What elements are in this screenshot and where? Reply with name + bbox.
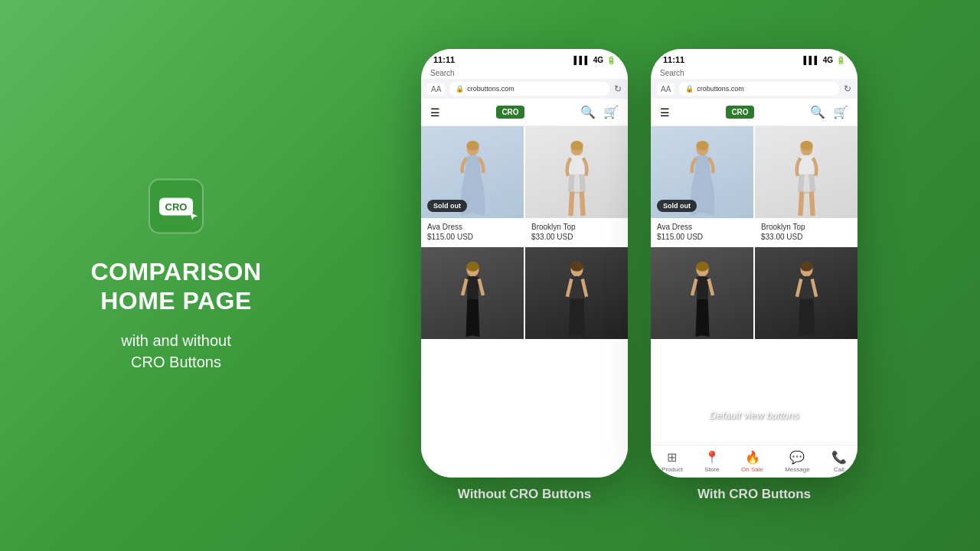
url-bar-right[interactable]: 🔒 crobuttons.com xyxy=(679,82,839,96)
product-info-3-right xyxy=(651,339,753,350)
caption-right: With CRO Buttons xyxy=(697,487,811,502)
product-img-4-right xyxy=(755,247,858,339)
product-card-brooklyn-left[interactable]: Brooklyn Top $33.00 USD xyxy=(525,126,628,246)
shop-brand-left: CRO xyxy=(496,106,524,119)
caption-left: Without CRO Buttons xyxy=(458,487,592,502)
nav-call[interactable]: 📞 Call xyxy=(831,450,847,473)
product-price-brooklyn-right: $33.00 USD xyxy=(761,233,851,241)
page-title: COMPARISON HOME PAGE xyxy=(90,257,261,316)
products-grid-left: Sold out Ava Dress $115.00 USD xyxy=(421,126,628,350)
cart-icon-right[interactable]: 🛒 xyxy=(833,105,848,119)
product-img-ava-right: Sold out xyxy=(651,126,753,218)
product-img-3-left xyxy=(421,247,524,339)
bottom-nav-right: ⊞ Product 📍 Store 🔥 On Sale 💬 Message 📞 xyxy=(651,445,858,478)
time-left: 11:11 xyxy=(433,55,455,64)
product-price-ava-left: $115.00 USD xyxy=(427,233,518,241)
page-subtitle: with and withoutCRO Buttons xyxy=(121,329,230,372)
browser-bar-right: AA 🔒 crobuttons.com ↻ xyxy=(651,79,858,99)
product-card-ava-left[interactable]: Sold out Ava Dress $115.00 USD xyxy=(421,126,524,246)
shop-nav-left: ☰ CRO 🔍 🛒 xyxy=(421,99,628,126)
nav-store-label: Store xyxy=(704,466,719,473)
figure-brooklyn-right xyxy=(755,126,858,218)
product-card-4-left[interactable] xyxy=(525,247,628,350)
figure-4-left xyxy=(525,247,628,339)
products-left: Sold out Ava Dress $115.00 USD xyxy=(421,126,628,478)
shop-icons-right: 🔍 🛒 xyxy=(810,105,848,119)
product-name-brooklyn-right: Brooklyn Top xyxy=(761,223,851,231)
product-img-brooklyn-left xyxy=(525,126,628,218)
product-img-3-right xyxy=(651,247,753,339)
status-right-left: ▌▌▌ 4G 🔋 xyxy=(573,56,616,64)
refresh-left[interactable]: ↻ xyxy=(614,83,622,94)
url-bar-left[interactable]: 🔒 crobuttons.com xyxy=(449,82,609,96)
product-info-3-left xyxy=(421,339,524,350)
sold-out-badge-ava-left: Sold out xyxy=(427,200,467,212)
url-text-left: crobuttons.com xyxy=(467,85,514,93)
annotation-arrow-icon xyxy=(743,422,766,437)
search-bar-right[interactable]: Search xyxy=(651,67,858,79)
phone-without-cro: 11:11 ▌▌▌ 4G 🔋 Search AA 🔒 crobuttons.co… xyxy=(421,49,628,502)
battery-right: 🔋 xyxy=(836,56,845,64)
lock-icon-right: 🔒 xyxy=(685,85,694,93)
phone-right: 11:11 ▌▌▌ 4G 🔋 Search AA 🔒 crobuttons.co… xyxy=(651,49,858,478)
phone-left: 11:11 ▌▌▌ 4G 🔋 Search AA 🔒 crobuttons.co… xyxy=(421,49,628,478)
product-name-brooklyn-left: Brooklyn Top xyxy=(531,223,622,231)
hamburger-left[interactable]: ☰ xyxy=(430,106,440,119)
svg-point-3 xyxy=(570,141,583,151)
product-card-3-right[interactable] xyxy=(651,247,753,350)
figure-brooklyn-left xyxy=(525,126,628,218)
lock-icon-left: 🔒 xyxy=(456,85,464,93)
svg-point-15 xyxy=(800,262,812,272)
hamburger-right[interactable]: ☰ xyxy=(660,106,670,119)
battery-left: 🔋 xyxy=(606,56,616,64)
product-name-ava-left: Ava Dress xyxy=(427,223,518,231)
sold-out-badge-ava-right: Sold out xyxy=(657,200,697,212)
search-bar-left[interactable]: Search xyxy=(421,67,628,79)
phones-comparison: 11:11 ▌▌▌ 4G 🔋 Search AA 🔒 crobuttons.co… xyxy=(299,0,980,551)
shop-brand-right: CRO xyxy=(726,106,753,119)
svg-point-9 xyxy=(696,141,708,151)
nav-product-label: Product xyxy=(662,466,683,473)
product-info-ava-left: Ava Dress $115.00 USD xyxy=(421,218,524,246)
message-icon: 💬 xyxy=(789,450,805,465)
product-card-4-right[interactable] xyxy=(755,247,858,350)
products-right: Sold out Ava Dress $115.00 USD xyxy=(651,126,858,445)
svg-point-1 xyxy=(466,141,479,151)
product-card-ava-right[interactable]: Sold out Ava Dress $115.00 USD xyxy=(651,126,753,246)
product-info-4-right xyxy=(755,339,858,350)
figure-3-right xyxy=(651,247,753,339)
product-card-3-left[interactable] xyxy=(421,247,524,350)
search-icon-left[interactable]: 🔍 xyxy=(580,105,596,119)
browser-bar-left: AA 🔒 crobuttons.com ↻ xyxy=(421,79,628,99)
figure-3-left xyxy=(421,247,524,339)
status-bar-left: 11:11 ▌▌▌ 4G 🔋 xyxy=(421,49,628,67)
left-section: CRO COMPARISON HOME PAGE with and withou… xyxy=(46,179,306,373)
product-img-ava-left: Sold out xyxy=(421,126,524,218)
search-icon-right[interactable]: 🔍 xyxy=(810,105,825,119)
product-card-brooklyn-right[interactable]: Brooklyn Top $33.00 USD xyxy=(755,126,858,246)
signal-right: ▌▌▌ xyxy=(803,56,819,64)
aa-button-left[interactable]: AA xyxy=(427,83,445,95)
fire-icon: 🔥 xyxy=(745,450,760,465)
nav-message[interactable]: 💬 Message xyxy=(785,450,809,473)
url-text-right: crobuttons.com xyxy=(697,85,744,93)
network-left: 4G xyxy=(593,56,603,64)
status-bar-right: 11:11 ▌▌▌ 4G 🔋 xyxy=(651,49,858,67)
signal-left: ▌▌▌ xyxy=(573,56,590,64)
store-icon: 📍 xyxy=(704,450,720,465)
nav-product[interactable]: ⊞ Product xyxy=(662,450,683,473)
nav-on-sale[interactable]: 🔥 On Sale xyxy=(741,450,763,473)
figure-4-right xyxy=(755,247,858,339)
cursor-icon xyxy=(188,210,199,221)
cart-icon-left[interactable]: 🛒 xyxy=(603,105,619,119)
annotation-text: Default view buttons xyxy=(709,409,799,421)
nav-store[interactable]: 📍 Store xyxy=(704,450,720,473)
aa-button-right[interactable]: AA xyxy=(657,83,675,95)
product-name-ava-right: Ava Dress xyxy=(657,223,747,231)
product-img-brooklyn-right xyxy=(755,126,858,218)
network-right: 4G xyxy=(823,56,833,64)
refresh-right[interactable]: ↻ xyxy=(844,83,851,94)
nav-on-sale-label: On Sale xyxy=(741,466,763,473)
cro-logo: CRO xyxy=(149,179,204,234)
shop-nav-right: ☰ CRO 🔍 🛒 xyxy=(651,99,858,126)
